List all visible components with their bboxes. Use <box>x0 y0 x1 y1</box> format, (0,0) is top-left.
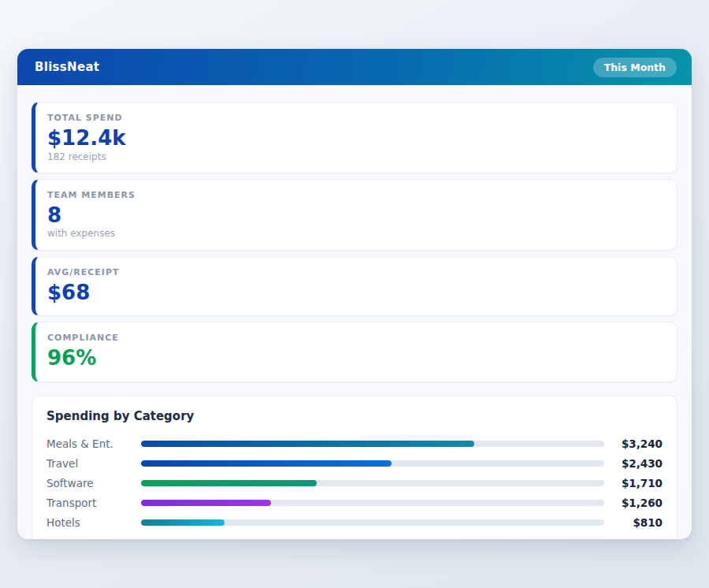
chart-row-transport: Transport $1,260 <box>46 493 663 513</box>
bar-fill-hotels <box>141 519 225 526</box>
spending-by-category-card: Spending by Category Meals & Ent. $3,240… <box>32 395 677 539</box>
chart-row-travel: Travel $2,430 <box>46 454 663 474</box>
bar-fill-transport <box>141 500 271 506</box>
page: BlissNeat This Month TOTAL SPEND $12.4k … <box>0 0 709 588</box>
bar-fill-software <box>141 480 317 486</box>
stat-label: TEAM MEMBERS <box>47 190 663 200</box>
stat-label: COMPLIANCE <box>47 333 663 343</box>
category-value: $810 <box>604 516 663 529</box>
category-value: $3,240 <box>604 437 663 450</box>
stat-value: 8 <box>47 203 663 229</box>
period-badge[interactable]: This Month <box>593 58 677 77</box>
stat-card-team-members: TEAM MEMBERS 8 with expenses <box>32 179 677 251</box>
stat-card-compliance: COMPLIANCE 96% <box>32 322 677 382</box>
chart-title: Spending by Category <box>46 409 663 423</box>
category-value: $1,260 <box>604 497 663 509</box>
app-panel: BlissNeat This Month TOTAL SPEND $12.4k … <box>17 49 692 539</box>
stat-value: 96% <box>47 345 663 371</box>
category-value: $2,430 <box>604 457 663 470</box>
bar-track <box>141 460 604 467</box>
stat-card-total-spend: TOTAL SPEND $12.4k 182 receipts <box>32 102 677 173</box>
category-label: Meals & Ent. <box>46 437 141 450</box>
category-label: Travel <box>46 457 141 470</box>
stat-value: $12.4k <box>47 125 663 151</box>
bar-fill-travel <box>141 460 392 467</box>
category-label: Software <box>46 477 141 489</box>
bar-fill-meals <box>141 441 474 447</box>
chart-row-software: Software $1,710 <box>46 474 663 493</box>
chart-row-meals: Meals & Ent. $3,240 <box>46 434 663 454</box>
category-label: Hotels <box>46 516 141 529</box>
category-value: $1,710 <box>604 477 663 489</box>
bar-track <box>141 519 604 526</box>
bar-track <box>141 480 604 486</box>
chart-row-hotels: Hotels $810 <box>46 513 663 533</box>
stat-card-avg-receipt: AVG/RECEIPT $68 <box>32 256 677 317</box>
app-title: BlissNeat <box>35 60 99 74</box>
bar-track <box>141 500 604 506</box>
stat-label: TOTAL SPEND <box>47 113 663 123</box>
app-header: BlissNeat This Month <box>17 49 692 85</box>
stat-sub: 182 receipts <box>47 151 663 162</box>
content: TOTAL SPEND $12.4k 182 receipts TEAM MEM… <box>17 85 692 539</box>
stat-value: $68 <box>47 280 663 306</box>
stat-sub: with expenses <box>47 228 663 239</box>
category-label: Transport <box>46 497 141 509</box>
stat-label: AVG/RECEIPT <box>47 267 663 277</box>
bar-track <box>141 441 604 447</box>
